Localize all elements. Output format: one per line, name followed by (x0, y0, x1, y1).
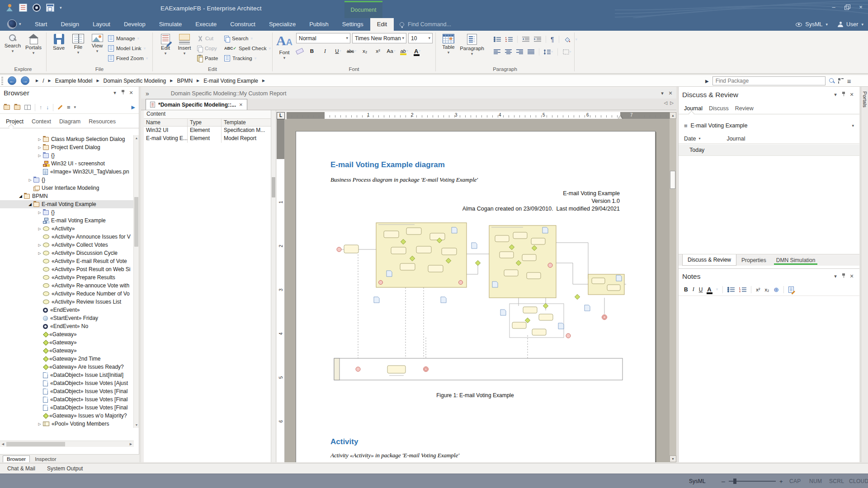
notes-translate-icon[interactable] (788, 286, 794, 293)
journal-row-today[interactable]: Today (679, 144, 859, 156)
tree-expand-icon[interactable]: ◢ (17, 194, 24, 198)
tree-item[interactable]: «Activity» Prepare Results (0, 273, 134, 282)
browser-menu-caret-icon[interactable]: ▾ (111, 89, 119, 97)
justify-icon[interactable] (528, 49, 534, 55)
table-button[interactable]: Table▾ (439, 33, 458, 65)
tree-item[interactable]: «DataObject» Issue Votes [Ajust (0, 379, 134, 387)
find-package-input[interactable] (712, 76, 826, 85)
numbered-list-icon[interactable] (505, 37, 513, 42)
browser-hamburger-caret[interactable]: ▾ (74, 105, 76, 109)
edit-button[interactable]: Edit▾ (156, 33, 175, 65)
tree-item[interactable]: «DataObject» Issue List[Initial] (0, 371, 134, 379)
clear-format-icon[interactable] (296, 48, 304, 55)
margin-marker[interactable] (618, 116, 623, 119)
tree-item[interactable]: ▷{} (0, 208, 134, 216)
notes-superscript-icon[interactable]: x² (756, 287, 760, 292)
date-filter-caret-icon[interactable]: ▾ (698, 136, 700, 141)
bottom-dock-tab-system-output[interactable]: System Output (47, 465, 83, 472)
bottom-dock-tab-chat-mail[interactable]: Chat & Mail (7, 465, 35, 472)
tree-item[interactable]: «DataObject» Issue Votes [Final (0, 395, 134, 404)
file-button[interactable]: File▾ (68, 33, 88, 65)
restore-button[interactable] (844, 4, 851, 11)
notes-close-icon[interactable]: × (848, 273, 856, 280)
tree-item[interactable]: «Gateway» (0, 347, 134, 355)
superscript-button[interactable]: x² (373, 46, 382, 56)
column-date[interactable]: Date (684, 136, 696, 142)
document-icon[interactable] (19, 4, 27, 12)
forward-button[interactable]: → (21, 76, 29, 85)
ribbon-tab-start[interactable]: Start (28, 18, 54, 31)
document-context-tab[interactable]: Document (344, 1, 382, 18)
notes-underline-icon[interactable]: U (699, 286, 703, 293)
change-case-button[interactable]: Aa▾ (387, 46, 396, 56)
font-button[interactable]: AA Font▾ (274, 33, 294, 65)
notes-font-color-icon[interactable]: A (707, 286, 711, 293)
discuss-tab-review[interactable]: Review (735, 105, 754, 112)
tab-scroll-left-icon[interactable]: ◁ (664, 100, 668, 105)
ribbon-tab-construct[interactable]: Construct (223, 18, 262, 31)
new-package-icon[interactable] (4, 105, 10, 110)
portals-button[interactable]: Portals▾ (24, 33, 43, 65)
discuss-caret-icon[interactable]: ▾ (831, 91, 840, 99)
discuss-tab-journal[interactable]: Journal (684, 105, 703, 112)
align-right-icon[interactable] (516, 49, 523, 55)
notes-bold-icon[interactable]: B (684, 286, 688, 293)
paragraph-button[interactable]: Paragraph▾ (462, 33, 482, 65)
editor-close-icon[interactable]: × (666, 90, 675, 97)
notes-hyperlink-globe-icon[interactable]: ⊕ (774, 286, 779, 293)
ribbon-tab-settings[interactable]: Settings (335, 18, 370, 31)
edit-link-icon[interactable] (58, 105, 63, 110)
perspective-label[interactable]: SysML (805, 21, 822, 28)
breadcrumb-item[interactable]: Example Model (55, 78, 93, 84)
package-icon[interactable] (14, 105, 20, 110)
qat-caret-icon[interactable]: ▾ (60, 6, 62, 10)
view-button[interactable]: View▾ (87, 33, 107, 65)
tree-item[interactable]: «Activity» Reduce Number of Vo (0, 290, 134, 298)
search-button[interactable]: Search▾ (3, 33, 23, 65)
element-selector[interactable]: ≡ E-mail Voting Example ▾ (679, 120, 859, 131)
subscript-button[interactable]: x₂ (360, 46, 369, 56)
window-layout-icon[interactable] (46, 4, 54, 12)
spell-check-button[interactable]: ABC✓Spell Check▾ (224, 43, 271, 53)
notes-numbered-list-icon[interactable] (739, 287, 746, 292)
document-tab[interactable]: *Domain Specific Modeling::... × (146, 99, 247, 110)
italic-button[interactable]: I (321, 46, 330, 56)
highlight-button[interactable]: ab▾ (400, 46, 409, 56)
save-button[interactable]: Save (49, 33, 69, 65)
tree-item[interactable]: ▷{} (0, 151, 134, 160)
tree-item[interactable]: ◢BPMN (0, 192, 134, 200)
back-button[interactable]: ← (8, 76, 16, 85)
tree-expand-icon[interactable]: ▷ (27, 178, 33, 182)
tree-item[interactable]: «Activity» Announce Issues for V (0, 233, 134, 241)
bold-button[interactable]: B (307, 46, 316, 56)
notes-color-caret-icon[interactable]: ▾ (716, 287, 718, 291)
tree-item[interactable]: «Activity» E-mail Result of Vote (0, 257, 134, 265)
underline-button[interactable]: U▾ (334, 46, 343, 56)
tree-item[interactable]: «Activity» Review Issues List (0, 298, 134, 306)
browser-expand-icon[interactable]: ▶ (132, 104, 135, 110)
dock-tab-inspector[interactable]: Inspector (31, 455, 60, 462)
panel-tab-dmn-simulation[interactable]: DMN Simulation (771, 254, 821, 266)
document-tab-close-icon[interactable]: × (239, 101, 243, 108)
align-left-icon[interactable] (494, 49, 500, 55)
tree-expand-icon[interactable]: ▷ (36, 137, 43, 141)
content-row[interactable]: Win32 UIElementSpecification M... (144, 127, 271, 135)
ribbon-tab-publish[interactable]: Publish (302, 18, 335, 31)
content-column-header[interactable]: Name (144, 119, 188, 126)
panel-tab-properties[interactable]: Properties (736, 254, 771, 266)
tab-stop-selector[interactable]: L (277, 112, 285, 119)
tree-expand-icon[interactable]: ▷ (36, 422, 43, 426)
package-grid-icon[interactable] (838, 78, 844, 84)
notes-caret-icon[interactable]: ▾ (831, 273, 840, 280)
tree-item[interactable]: «Image» Win32UI_TagValues.pn (0, 168, 134, 176)
notes-italic-icon[interactable]: I (693, 286, 694, 293)
zoom-out-icon[interactable]: – (722, 474, 725, 488)
model-link-button[interactable]: Model Link▾ (108, 43, 146, 53)
content-row[interactable]: E-mail Voting E...ElementModel Report (144, 135, 271, 143)
borders-button[interactable]: ▾ (562, 47, 571, 57)
dual-pane-icon[interactable] (24, 105, 31, 110)
tree-item[interactable]: Win32 UI - screenshot (0, 160, 134, 168)
tree-item[interactable]: ▷Project Event Dialog (0, 143, 134, 151)
browser-tab-diagram[interactable]: Diagram (56, 117, 84, 127)
discuss-pin-icon[interactable] (840, 91, 848, 99)
